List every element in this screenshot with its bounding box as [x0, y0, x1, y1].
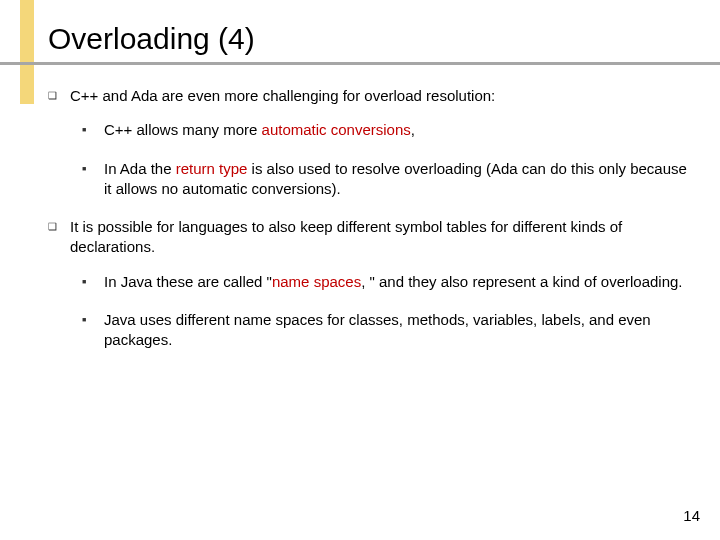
square-bullet-icon: ■	[82, 272, 104, 292]
highlight-text: name spaces	[272, 273, 361, 290]
page-number: 14	[683, 507, 700, 524]
square-bullet-icon: ❑	[48, 217, 70, 258]
square-bullet-icon: ■	[82, 120, 104, 140]
bullet-text: Java uses different name spaces for clas…	[104, 310, 688, 351]
accent-horizontal-line	[0, 62, 720, 65]
bullet-level2: ■ In Ada the return type is also used to…	[48, 159, 688, 200]
bullet-text: C++ allows many more automatic conversio…	[104, 120, 415, 140]
highlight-text: return type	[176, 160, 248, 177]
square-bullet-icon: ■	[82, 310, 104, 351]
bullet-text: It is possible for languages to also kee…	[70, 217, 688, 258]
bullet-level2: ■ In Java these are called "name spaces,…	[48, 272, 688, 292]
bullet-level1: ❑ C++ and Ada are even more challenging …	[48, 86, 688, 106]
bullet-text: In Ada the return type is also used to r…	[104, 159, 688, 200]
bullet-level2: ■ C++ allows many more automatic convers…	[48, 120, 688, 140]
square-bullet-icon: ■	[82, 159, 104, 200]
slide-title: Overloading (4)	[48, 22, 255, 56]
square-bullet-icon: ❑	[48, 86, 70, 106]
accent-vertical-bar	[20, 0, 34, 104]
bullet-level1: ❑ It is possible for languages to also k…	[48, 217, 688, 258]
bullet-text: C++ and Ada are even more challenging fo…	[70, 86, 495, 106]
highlight-text: automatic conversions	[262, 121, 411, 138]
bullet-level2: ■ Java uses different name spaces for cl…	[48, 310, 688, 351]
slide-content: ❑ C++ and Ada are even more challenging …	[48, 86, 688, 368]
bullet-text: In Java these are called "name spaces, "…	[104, 272, 683, 292]
